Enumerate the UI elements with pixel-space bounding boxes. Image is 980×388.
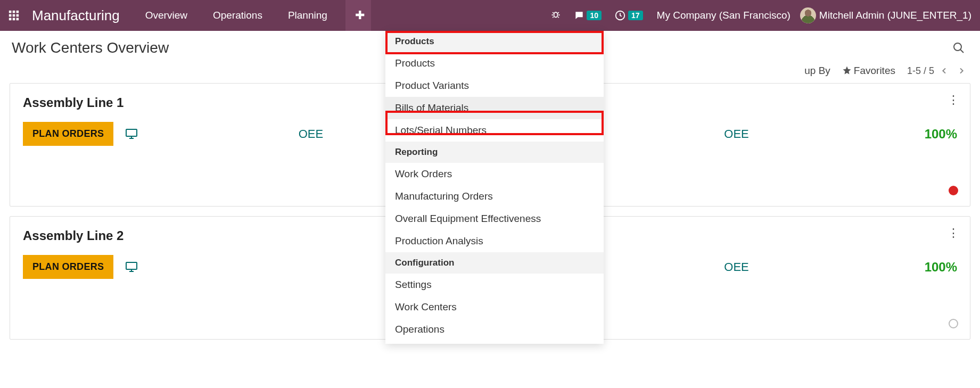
svg-rect-3 [9, 14, 12, 17]
svg-rect-0 [9, 11, 12, 13]
dd-item-products[interactable]: Products [385, 52, 604, 75]
oee-value: 100% [925, 127, 957, 142]
svg-rect-5 [17, 14, 19, 17]
dd-item-manufacturing-orders[interactable]: Manufacturing Orders [385, 185, 604, 208]
svg-rect-1 [13, 11, 15, 13]
status-dot-red[interactable] [949, 186, 958, 195]
svg-rect-6 [9, 18, 12, 21]
svg-rect-4 [13, 14, 15, 17]
oee-link[interactable]: OEE [299, 127, 323, 141]
plan-orders-button[interactable]: PLAN ORDERS [23, 255, 113, 279]
user-menu[interactable]: Mitchell Admin (JUNE_ENTER_1) [800, 7, 971, 23]
nav-overview[interactable]: Overview [136, 1, 197, 30]
svg-point-10 [954, 43, 961, 51]
monitor-icon[interactable] [124, 128, 139, 141]
status-dot-grey[interactable] [949, 319, 958, 328]
dd-item-oee[interactable]: Overall Equipment Effectiveness [385, 208, 604, 230]
nav-right: 10 17 My Company (San Francisco) Mitchel… [546, 6, 976, 24]
nav-new-icon[interactable]: ✚ [345, 0, 371, 31]
filter-right: up By Favorites 1-5 / 5 [804, 64, 968, 78]
pager-text: 1-5 / 5 [907, 65, 934, 77]
pager: 1-5 / 5 [907, 64, 968, 78]
svg-rect-12 [126, 129, 137, 136]
dd-header-configuration: Configuration [385, 252, 604, 274]
dd-header-reporting: Reporting [385, 142, 604, 163]
dd-item-settings[interactable]: Settings [385, 274, 604, 296]
activities-badge: 17 [628, 11, 643, 20]
brand[interactable]: Manufacturing [32, 7, 120, 24]
nav-left: Manufacturing Overview Operations Planni… [4, 0, 371, 31]
groupby-partial[interactable]: up By [804, 65, 830, 77]
company-selector[interactable]: My Company (San Francisco) [652, 6, 796, 24]
nav-operations[interactable]: Operations [203, 1, 272, 30]
main-dropdown: Products Products Product Variants Bills… [385, 31, 604, 344]
favorites-menu[interactable]: Favorites [842, 65, 895, 77]
nav-planning[interactable]: Planning [278, 1, 337, 30]
svg-rect-18 [126, 262, 137, 269]
dd-item-product-variants[interactable]: Product Variants [385, 75, 604, 97]
dd-item-lots-serial[interactable]: Lots/Serial Numbers [385, 119, 604, 142]
plan-orders-button[interactable]: PLAN ORDERS [23, 122, 113, 146]
messages-icon[interactable]: 10 [570, 7, 606, 24]
svg-line-11 [960, 49, 963, 53]
oee-value: 100% [925, 260, 957, 275]
page-title: Work Centers Overview [12, 39, 169, 56]
debug-icon[interactable] [546, 7, 565, 24]
svg-rect-7 [13, 18, 15, 21]
monitor-icon[interactable] [124, 261, 139, 274]
svg-rect-8 [17, 18, 19, 21]
activities-icon[interactable]: 17 [610, 6, 647, 24]
svg-rect-2 [17, 11, 19, 13]
dd-item-work-centers[interactable]: Work Centers [385, 296, 604, 318]
dd-header-products: Products [385, 31, 604, 52]
user-name: Mitchell Admin (JUNE_ENTER_1) [819, 10, 971, 21]
kebab-icon[interactable] [948, 226, 960, 239]
oee-link[interactable]: OEE [724, 127, 748, 141]
apps-icon[interactable] [4, 6, 23, 25]
dd-item-production-analysis[interactable]: Production Analysis [385, 230, 604, 252]
oee-link[interactable]: OEE [724, 260, 748, 274]
messages-badge: 10 [587, 11, 602, 20]
dd-item-bills-of-materials[interactable]: Bills of Materials [385, 97, 604, 119]
top-navbar: Manufacturing Overview Operations Planni… [0, 0, 980, 31]
kebab-icon[interactable] [948, 93, 960, 106]
avatar [800, 7, 816, 23]
pager-prev-icon[interactable] [937, 64, 951, 78]
favorites-label: Favorites [854, 65, 895, 76]
search-icon[interactable] [949, 38, 968, 57]
pager-next-icon[interactable] [954, 64, 968, 78]
dd-item-work-orders[interactable]: Work Orders [385, 163, 604, 185]
dd-item-operations[interactable]: Operations [385, 318, 604, 341]
